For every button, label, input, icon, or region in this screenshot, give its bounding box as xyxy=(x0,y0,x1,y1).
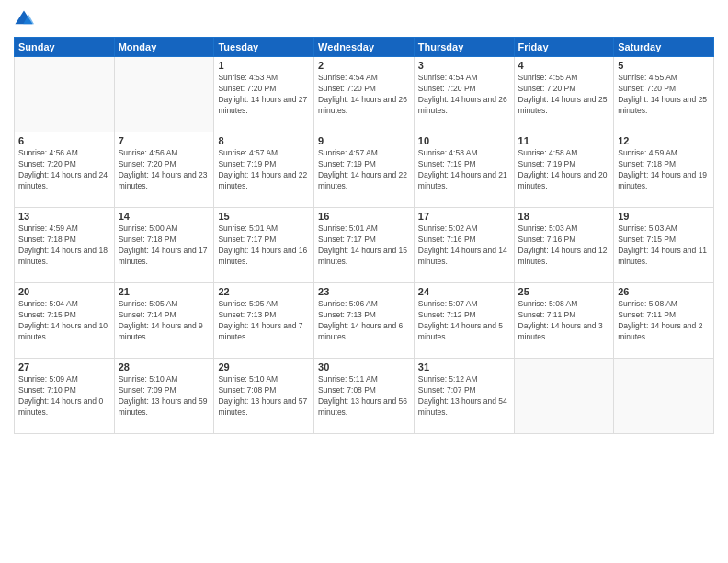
col-header-monday: Monday xyxy=(114,38,214,57)
day-number: 19 xyxy=(618,211,710,222)
day-info: Sunrise: 4:58 AM Sunset: 7:19 PM Dayligh… xyxy=(418,148,510,192)
day-number: 21 xyxy=(119,286,210,297)
day-info: Sunrise: 5:02 AM Sunset: 7:16 PM Dayligh… xyxy=(418,224,510,268)
day-number: 31 xyxy=(418,362,510,373)
day-cell xyxy=(15,57,115,132)
calendar-table: SundayMondayTuesdayWednesdayThursdayFrid… xyxy=(14,37,714,434)
day-info: Sunrise: 4:55 AM Sunset: 7:20 PM Dayligh… xyxy=(518,73,610,117)
day-number: 1 xyxy=(218,60,310,71)
day-number: 12 xyxy=(618,135,710,146)
day-cell: 11Sunrise: 4:58 AM Sunset: 7:19 PM Dayli… xyxy=(514,132,614,208)
day-cell: 26Sunrise: 5:08 AM Sunset: 7:11 PM Dayli… xyxy=(614,283,714,359)
col-header-tuesday: Tuesday xyxy=(214,38,314,57)
day-info: Sunrise: 5:07 AM Sunset: 7:12 PM Dayligh… xyxy=(418,299,510,343)
day-info: Sunrise: 4:54 AM Sunset: 7:20 PM Dayligh… xyxy=(318,73,410,117)
day-number: 22 xyxy=(218,286,310,297)
day-cell: 25Sunrise: 5:08 AM Sunset: 7:11 PM Dayli… xyxy=(514,283,614,359)
col-header-saturday: Saturday xyxy=(614,38,714,57)
day-cell: 19Sunrise: 5:03 AM Sunset: 7:15 PM Dayli… xyxy=(614,208,714,283)
day-info: Sunrise: 5:01 AM Sunset: 7:17 PM Dayligh… xyxy=(218,224,310,268)
day-cell: 12Sunrise: 4:59 AM Sunset: 7:18 PM Dayli… xyxy=(614,132,714,208)
day-number: 26 xyxy=(618,286,710,297)
day-number: 13 xyxy=(18,211,110,222)
day-number: 17 xyxy=(418,211,510,222)
day-info: Sunrise: 5:03 AM Sunset: 7:15 PM Dayligh… xyxy=(618,224,710,268)
logo-icon xyxy=(14,9,34,29)
day-cell: 5Sunrise: 4:55 AM Sunset: 7:20 PM Daylig… xyxy=(614,57,714,132)
col-header-sunday: Sunday xyxy=(15,38,115,57)
day-number: 23 xyxy=(318,286,410,297)
day-cell: 7Sunrise: 4:56 AM Sunset: 7:20 PM Daylig… xyxy=(114,132,214,208)
day-number: 25 xyxy=(518,286,610,297)
day-info: Sunrise: 5:12 AM Sunset: 7:07 PM Dayligh… xyxy=(418,374,510,419)
day-cell: 6Sunrise: 4:56 AM Sunset: 7:20 PM Daylig… xyxy=(15,132,115,208)
day-info: Sunrise: 5:11 AM Sunset: 7:08 PM Dayligh… xyxy=(318,374,410,419)
col-header-thursday: Thursday xyxy=(414,38,514,57)
day-number: 7 xyxy=(119,135,210,146)
calendar-header-row: SundayMondayTuesdayWednesdayThursdayFrid… xyxy=(15,38,714,57)
day-info: Sunrise: 4:54 AM Sunset: 7:20 PM Dayligh… xyxy=(418,73,510,117)
day-cell: 27Sunrise: 5:09 AM Sunset: 7:10 PM Dayli… xyxy=(15,359,115,434)
day-info: Sunrise: 5:10 AM Sunset: 7:09 PM Dayligh… xyxy=(119,374,210,419)
day-number: 27 xyxy=(18,362,110,373)
week-row-2: 6Sunrise: 4:56 AM Sunset: 7:20 PM Daylig… xyxy=(15,132,714,208)
day-cell: 18Sunrise: 5:03 AM Sunset: 7:16 PM Dayli… xyxy=(514,208,614,283)
header xyxy=(14,9,714,29)
page: SundayMondayTuesdayWednesdayThursdayFrid… xyxy=(0,0,728,563)
day-cell: 13Sunrise: 4:59 AM Sunset: 7:18 PM Dayli… xyxy=(15,208,115,283)
day-cell: 29Sunrise: 5:10 AM Sunset: 7:08 PM Dayli… xyxy=(214,359,314,434)
day-number: 5 xyxy=(618,60,710,71)
logo xyxy=(14,9,38,29)
day-info: Sunrise: 5:08 AM Sunset: 7:11 PM Dayligh… xyxy=(518,299,610,343)
day-number: 15 xyxy=(218,211,310,222)
day-info: Sunrise: 5:04 AM Sunset: 7:15 PM Dayligh… xyxy=(18,299,110,343)
day-cell xyxy=(514,359,614,434)
day-number: 24 xyxy=(418,286,510,297)
day-cell: 10Sunrise: 4:58 AM Sunset: 7:19 PM Dayli… xyxy=(414,132,514,208)
day-info: Sunrise: 5:05 AM Sunset: 7:13 PM Dayligh… xyxy=(218,299,310,343)
day-info: Sunrise: 4:59 AM Sunset: 7:18 PM Dayligh… xyxy=(618,148,710,192)
day-info: Sunrise: 4:58 AM Sunset: 7:19 PM Dayligh… xyxy=(518,148,610,192)
day-info: Sunrise: 4:55 AM Sunset: 7:20 PM Dayligh… xyxy=(618,73,710,117)
day-info: Sunrise: 4:56 AM Sunset: 7:20 PM Dayligh… xyxy=(119,148,210,192)
day-cell: 14Sunrise: 5:00 AM Sunset: 7:18 PM Dayli… xyxy=(114,208,214,283)
col-header-wednesday: Wednesday xyxy=(314,38,415,57)
day-cell: 1Sunrise: 4:53 AM Sunset: 7:20 PM Daylig… xyxy=(214,57,314,132)
day-number: 10 xyxy=(418,135,510,146)
day-cell: 16Sunrise: 5:01 AM Sunset: 7:17 PM Dayli… xyxy=(314,208,415,283)
day-number: 16 xyxy=(318,211,410,222)
day-cell: 17Sunrise: 5:02 AM Sunset: 7:16 PM Dayli… xyxy=(414,208,514,283)
day-number: 11 xyxy=(518,135,610,146)
day-number: 20 xyxy=(18,286,110,297)
day-cell: 24Sunrise: 5:07 AM Sunset: 7:12 PM Dayli… xyxy=(414,283,514,359)
day-cell: 21Sunrise: 5:05 AM Sunset: 7:14 PM Dayli… xyxy=(114,283,214,359)
day-number: 14 xyxy=(119,211,210,222)
day-cell: 8Sunrise: 4:57 AM Sunset: 7:19 PM Daylig… xyxy=(214,132,314,208)
day-info: Sunrise: 5:03 AM Sunset: 7:16 PM Dayligh… xyxy=(518,224,610,268)
day-number: 28 xyxy=(119,362,210,373)
day-number: 9 xyxy=(318,135,410,146)
day-cell: 9Sunrise: 4:57 AM Sunset: 7:19 PM Daylig… xyxy=(314,132,415,208)
day-cell xyxy=(614,359,714,434)
day-info: Sunrise: 4:56 AM Sunset: 7:20 PM Dayligh… xyxy=(18,148,110,192)
col-header-friday: Friday xyxy=(514,38,614,57)
day-info: Sunrise: 5:00 AM Sunset: 7:18 PM Dayligh… xyxy=(119,224,210,268)
day-number: 29 xyxy=(218,362,310,373)
day-number: 8 xyxy=(218,135,310,146)
day-number: 4 xyxy=(518,60,610,71)
day-number: 6 xyxy=(18,135,110,146)
day-cell: 28Sunrise: 5:10 AM Sunset: 7:09 PM Dayli… xyxy=(114,359,214,434)
day-cell xyxy=(114,57,214,132)
day-cell: 3Sunrise: 4:54 AM Sunset: 7:20 PM Daylig… xyxy=(414,57,514,132)
day-cell: 30Sunrise: 5:11 AM Sunset: 7:08 PM Dayli… xyxy=(314,359,415,434)
day-info: Sunrise: 5:01 AM Sunset: 7:17 PM Dayligh… xyxy=(318,224,410,268)
day-cell: 31Sunrise: 5:12 AM Sunset: 7:07 PM Dayli… xyxy=(414,359,514,434)
day-number: 3 xyxy=(418,60,510,71)
day-info: Sunrise: 4:57 AM Sunset: 7:19 PM Dayligh… xyxy=(318,148,410,192)
week-row-1: 1Sunrise: 4:53 AM Sunset: 7:20 PM Daylig… xyxy=(15,57,714,132)
day-info: Sunrise: 5:06 AM Sunset: 7:13 PM Dayligh… xyxy=(318,299,410,343)
day-info: Sunrise: 5:09 AM Sunset: 7:10 PM Dayligh… xyxy=(18,374,110,419)
day-number: 2 xyxy=(318,60,410,71)
day-info: Sunrise: 5:08 AM Sunset: 7:11 PM Dayligh… xyxy=(618,299,710,343)
day-info: Sunrise: 5:05 AM Sunset: 7:14 PM Dayligh… xyxy=(119,299,210,343)
